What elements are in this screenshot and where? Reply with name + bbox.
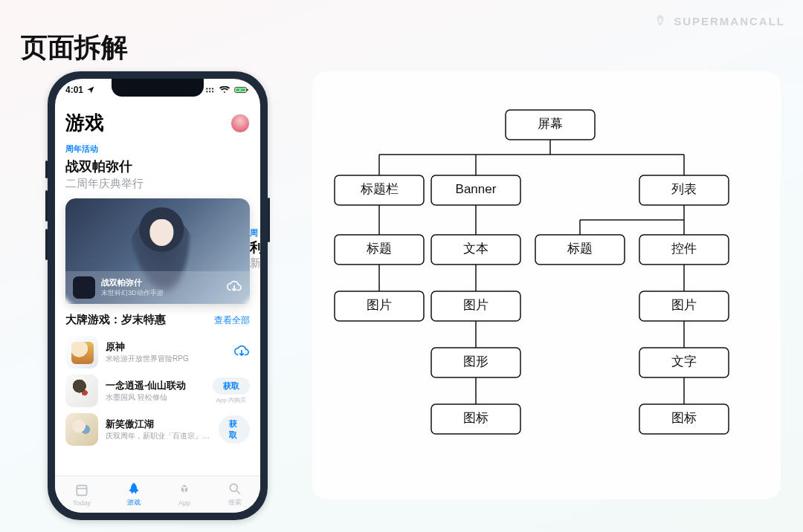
app-icon: [65, 413, 98, 446]
tab-label: App: [178, 499, 190, 507]
node: 标题: [366, 241, 392, 256]
svg-point-0: [206, 88, 207, 89]
svg-rect-7: [247, 89, 248, 91]
svg-point-1: [209, 88, 210, 89]
phone-side-button: [45, 190, 48, 221]
cloud-download-icon: [226, 278, 242, 294]
node: 文字: [671, 354, 697, 369]
watermark: SUPERMANCALL: [653, 13, 785, 28]
tab-today[interactable]: Today: [73, 483, 91, 507]
tab-label: Today: [73, 499, 91, 507]
hierarchy-diagram: 屏幕 标题栏 Banner 列表 标题 文本 标题 控件 图片 图片 图片 图形…: [312, 71, 781, 499]
status-time: 4:01: [65, 85, 83, 95]
tab-label: 搜索: [228, 498, 242, 507]
phone-screen: 4:01 游戏 周年活动 战双帕弥什 二周年庆典举行: [55, 79, 260, 513]
feature-eyebrow: 周年活动: [65, 143, 250, 155]
section-title: 大牌游戏：岁末特惠: [65, 313, 166, 327]
feature-heading: 战双帕弥什: [65, 158, 250, 175]
app-name: 新笑傲江湖: [106, 418, 211, 431]
app-desc: 米哈游开放世界冒险RPG: [106, 354, 189, 364]
node: 图标: [463, 411, 488, 425]
node: 图标: [671, 411, 697, 425]
svg-point-2: [212, 88, 213, 89]
tab-games[interactable]: 游戏: [126, 481, 141, 507]
app-desc: 庆双周年，新职业「百道宗」登陆江湖: [106, 431, 211, 441]
node: 文本: [463, 241, 488, 256]
app-icon: [65, 374, 98, 407]
node-list: 列表: [671, 182, 697, 196]
node: 图片: [671, 298, 697, 312]
feature-card[interactable]: 战双帕弥什 末世科幻3D动作手游: [65, 198, 250, 304]
get-button[interactable]: 获取: [219, 415, 250, 444]
phone-mockup: 4:01 游戏 周年活动 战双帕弥什 二周年庆典举行: [48, 71, 268, 520]
svg-point-4: [209, 91, 210, 92]
get-button[interactable]: 获取: [213, 377, 250, 395]
peek-heading: 利: [250, 239, 260, 256]
app-store-header: 游戏: [55, 98, 260, 143]
app-row[interactable]: 新笑傲江湖 庆双周年，新职业「百道宗」登陆江湖 获取: [55, 410, 260, 449]
svg-line-12: [236, 491, 239, 494]
location-icon: [86, 85, 95, 94]
rocket-icon: [126, 481, 141, 496]
node: 图形: [463, 354, 488, 369]
svg-point-3: [206, 91, 207, 92]
svg-rect-9: [77, 485, 86, 495]
feature-block: 周年活动 战双帕弥什 二周年庆典举行 战双帕弥什 末世科幻3D动作手游: [65, 143, 250, 304]
feature-sub: 二周年庆典举行: [65, 177, 250, 191]
section-header: 大牌游戏：岁末特惠 查看全部: [65, 313, 250, 327]
node-root: 屏幕: [538, 117, 563, 131]
page-title: 页面拆解: [21, 30, 128, 66]
feature-footer: 战双帕弥什 末世科幻3D动作手游: [65, 271, 250, 304]
node-titlebar: 标题栏: [360, 182, 399, 196]
node-banner: Banner: [456, 182, 497, 196]
watermark-text: SUPERMANCALL: [674, 15, 785, 27]
feature-card-title: 战双帕弥什: [101, 277, 164, 288]
supermancall-logo-icon: [653, 13, 668, 28]
node: 图片: [367, 298, 392, 312]
tab-label: 游戏: [127, 498, 141, 507]
svg-point-11: [230, 484, 237, 491]
iap-note: App 内购买: [216, 396, 246, 404]
node: 图片: [463, 298, 488, 312]
phone-side-button: [45, 229, 48, 260]
node: 控件: [671, 241, 697, 256]
tab-bar: Today 游戏 App 搜索: [55, 476, 260, 513]
app-row[interactable]: 原神 米哈游开放世界冒险RPG: [55, 333, 260, 372]
feature-peek: 周 利 新: [250, 227, 260, 270]
app-name: 原神: [106, 340, 189, 354]
apps-icon: [177, 483, 192, 498]
peek-eyebrow: 周: [250, 227, 260, 239]
phone-side-button: [45, 160, 48, 178]
peek-sub: 新: [250, 256, 260, 270]
see-all-link[interactable]: 查看全部: [214, 314, 250, 327]
battery-icon: [233, 86, 250, 94]
tab-apps[interactable]: App: [177, 483, 192, 507]
app-desc: 水墨国风 轻松修仙: [106, 392, 186, 403]
download-button[interactable]: [233, 343, 250, 362]
wifi-icon: [219, 86, 230, 94]
diagram-panel: 屏幕 标题栏 Banner 列表 标题 文本 标题 控件 图片 图片 图片 图形…: [312, 71, 781, 499]
profile-avatar[interactable]: [230, 114, 250, 133]
today-icon: [74, 483, 89, 498]
app-icon: [65, 336, 98, 369]
app-row[interactable]: 一念逍遥-仙山联动 水墨国风 轻松修仙 获取 App 内购买: [55, 372, 260, 410]
app-name: 一念逍遥-仙山联动: [106, 379, 186, 392]
feature-app-icon: [73, 276, 95, 299]
tab-search[interactable]: 搜索: [228, 481, 242, 507]
search-icon: [228, 481, 242, 496]
header-title: 游戏: [65, 110, 104, 136]
feature-card-tagline: 末世科幻3D动作手游: [101, 288, 164, 298]
cloud-download-icon: [233, 343, 250, 359]
app-grid-icon: [205, 86, 216, 94]
phone-notch: [112, 79, 204, 97]
node: 标题: [567, 241, 593, 256]
phone-side-button: [268, 198, 270, 242]
svg-point-5: [212, 91, 213, 92]
download-button[interactable]: [226, 278, 242, 297]
